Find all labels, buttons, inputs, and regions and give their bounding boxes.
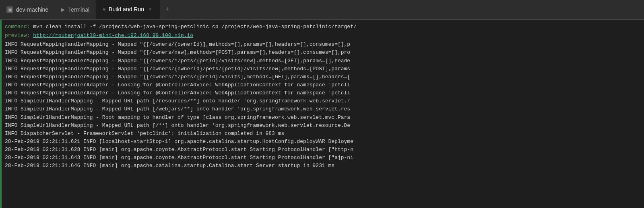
log-line: INFO DispatcherServlet - FrameworkServle… [5, 130, 639, 138]
machine-tab[interactable]: ▣ dev-machine [0, 0, 55, 19]
log-line: INFO RequestMappingHandlerMapping - Mapp… [5, 65, 639, 73]
command-line: command: mvn clean install -f /projects/… [5, 23, 639, 31]
log-line: INFO RequestMappingHandlerMapping - Mapp… [5, 41, 639, 49]
log-line: 28-Feb-2019 02:21:31.643 INFO [main] org… [5, 154, 639, 162]
log-line: INFO SimpleUrlHandlerMapping - Mapped UR… [5, 97, 639, 105]
log-line: INFO RequestMappingHandlerAdapter - Look… [5, 81, 639, 89]
tab-bar: ▣ dev-machine ▶ Terminal ≡ Build and Run… [0, 0, 644, 20]
tab-terminal-label: Terminal [68, 6, 89, 13]
preview-label: preview: [5, 33, 30, 39]
log-line: INFO RequestMappingHandlerMapping - Mapp… [5, 73, 639, 81]
tab-build-and-run-label: Build and Run [109, 6, 144, 12]
tab-build-and-run[interactable]: ≡ Build and Run × [96, 0, 160, 19]
plus-icon: + [165, 6, 169, 14]
preview-line: preview: http://routenjoaitl0-mini-che.1… [5, 32, 639, 40]
terminal-content: command: mvn clean install -f /projects/… [0, 20, 644, 208]
machine-label: dev-machine [16, 6, 48, 13]
log-line: INFO RequestMappingHandlerMapping - Mapp… [5, 57, 639, 65]
tab-terminal[interactable]: ▶ Terminal [55, 0, 96, 19]
log-line: INFO RequestMappingHandlerMapping - Mapp… [5, 49, 639, 57]
log-line: 28-Feb-2019 02:21:31.621 INFO [localhost… [5, 138, 639, 146]
log-line: 28-Feb-2019 02:21:31.628 INFO [main] org… [5, 146, 639, 154]
tab-close-button[interactable]: × [147, 6, 153, 13]
log-container: INFO RequestMappingHandlerMapping - Mapp… [5, 41, 639, 170]
log-line: INFO RequestMappingHandlerAdapter - Look… [5, 89, 639, 97]
preview-link[interactable]: http://routenjoaitl0-mini-che.192.168.99… [33, 33, 193, 39]
sidebar-indicator [0, 20, 2, 208]
command-value: mvn clean install -f /projects/web-java-… [33, 24, 357, 30]
tab-add-button[interactable]: + [160, 0, 174, 19]
log-line: 28-Feb-2019 02:21:31.646 INFO [main] org… [5, 162, 639, 170]
machine-icon: ▣ [6, 6, 13, 13]
build-run-icon: ≡ [103, 6, 105, 12]
log-line: INFO SimpleUrlHandlerMapping - Mapped UR… [5, 105, 639, 113]
command-label: command: [5, 24, 30, 30]
log-line: INFO SimpleUrlHandlerMapping - Mapped UR… [5, 122, 639, 130]
log-line: INFO SimpleUrlHandlerMapping - Root mapp… [5, 114, 639, 122]
terminal-icon: ▶ [61, 7, 65, 12]
